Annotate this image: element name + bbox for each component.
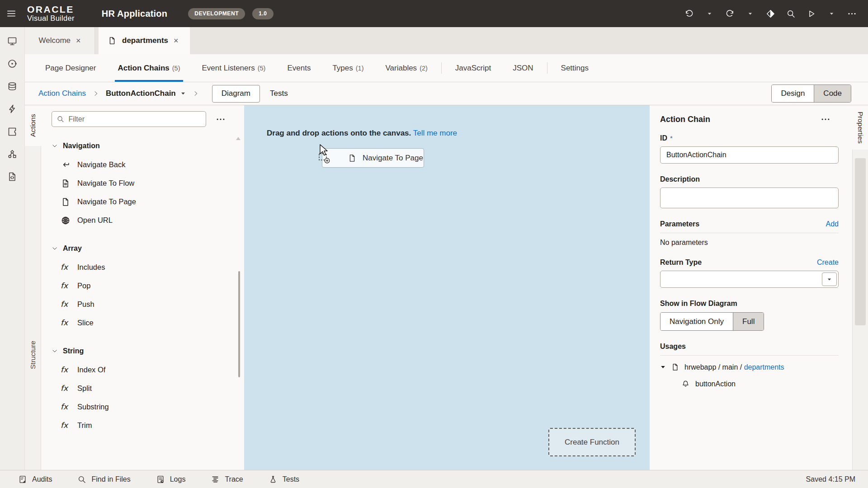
subtab-events[interactable]: Events — [284, 54, 313, 82]
diagram-view-button[interactable]: Diagram — [212, 85, 260, 103]
breadcrumb-toolbar: Action Chains ButtonActionChain Diagram … — [25, 82, 868, 105]
file-tab-bar: Welcome × departments × — [25, 27, 868, 54]
rail-lightning-button[interactable] — [4, 103, 20, 115]
properties-panel: Action Chain ID * Description Parameters… — [650, 105, 852, 470]
fx-icon: fx — [61, 384, 68, 393]
filter-search-field[interactable] — [52, 111, 206, 127]
create-function-button[interactable]: Create Function — [548, 428, 636, 456]
search-button[interactable] — [783, 5, 799, 22]
fx-icon: fx — [61, 318, 68, 327]
diff-diamond-button[interactable] — [762, 5, 778, 22]
action-item-pop[interactable]: fxPop — [52, 277, 234, 295]
subtab-label: JavaScript — [455, 64, 491, 73]
full-button[interactable]: Full — [733, 313, 764, 330]
breadcrumb-action-chains-link[interactable]: Action Chains — [38, 89, 86, 98]
caret-down-button[interactable] — [742, 5, 758, 22]
drag-chip-label: Navigate To Page — [363, 154, 423, 163]
properties-scrollbar-thumb[interactable] — [855, 158, 866, 325]
tab-welcome[interactable]: Welcome × — [25, 27, 95, 54]
tell-me-more-link[interactable]: Tell me more — [413, 129, 457, 137]
rail-puzzle-button[interactable] — [4, 126, 20, 137]
tab-departments[interactable]: departments × — [99, 27, 190, 54]
section-header-navigation[interactable]: Navigation — [52, 139, 234, 153]
action-item-includes[interactable]: fxIncludes — [52, 258, 234, 277]
return-type-create-link[interactable]: Create — [817, 258, 839, 267]
subtab-label: Event Listeners — [202, 64, 255, 73]
action-item-open-url[interactable]: Open URL — [52, 211, 234, 230]
usage-row[interactable]: hrwebapp / main / departments — [660, 363, 839, 371]
subtab-json[interactable]: JSON — [510, 54, 536, 82]
action-item-trim[interactable]: fxTrim — [52, 416, 234, 435]
statusbar-trace[interactable]: Trace — [211, 475, 243, 484]
statusbar-find-in-files[interactable]: Find in Files — [77, 475, 130, 484]
run-button[interactable] — [803, 5, 819, 22]
return-type-input[interactable] — [660, 271, 822, 287]
statusbar-audits[interactable]: Audits — [18, 475, 52, 484]
right-panel-strip — [852, 105, 868, 470]
subtab-variables[interactable]: Variables(2) — [383, 54, 430, 82]
subtab-settings[interactable]: Settings — [558, 54, 591, 82]
rail-monitor-button[interactable] — [4, 35, 20, 47]
hamburger-menu-button[interactable] — [0, 0, 23, 27]
scroll-up-arrow[interactable] — [236, 137, 241, 140]
subtab-types[interactable]: Types(1) — [330, 54, 366, 82]
section-header-array[interactable]: Array — [52, 242, 234, 255]
action-item-navigate-to-flow[interactable]: Navigate To Flow — [52, 174, 234, 192]
dragged-navigate-to-page-chip[interactable]: Navigate To Page — [322, 148, 424, 168]
rail-database-button[interactable] — [4, 80, 20, 92]
action-item-split[interactable]: fxSplit — [52, 379, 234, 398]
action-item-slice[interactable]: fxSlice — [52, 314, 234, 332]
breadcrumb-current-chain[interactable]: ButtonActionChain — [106, 89, 186, 98]
subtab-javascript[interactable]: JavaScript — [453, 54, 494, 82]
design-toggle-button[interactable]: Design — [772, 85, 814, 102]
rail-code-file-button[interactable] — [4, 171, 20, 183]
id-label: ID — [660, 134, 667, 142]
subtab-action-chains[interactable]: Action Chains(5) — [115, 54, 183, 82]
actions-overflow-menu-button[interactable] — [216, 114, 226, 124]
rail-target-circle-button[interactable] — [4, 58, 20, 70]
puzzle-icon — [7, 126, 18, 137]
action-item-navigate-to-page[interactable]: Navigate To Page — [52, 192, 234, 211]
section-header-string[interactable]: String — [52, 344, 234, 358]
undo-button[interactable] — [681, 5, 697, 22]
rail-shapes-button[interactable] — [4, 148, 20, 160]
parameters-add-link[interactable]: Add — [826, 220, 839, 228]
id-input[interactable] — [660, 146, 839, 164]
overflow-menu-button[interactable] — [844, 5, 860, 22]
properties-overflow-menu-button[interactable] — [821, 114, 830, 124]
action-chain-canvas[interactable]: Drag and drop actions onto the canvas. T… — [244, 105, 650, 470]
actions-scrollbar-thumb[interactable] — [238, 271, 240, 377]
fx-icon: fx — [61, 365, 68, 374]
action-item-label: Pop — [77, 282, 90, 290]
subtab-page-designer[interactable]: Page Designer — [42, 54, 99, 82]
action-item-substring[interactable]: fxSubstring — [52, 398, 234, 416]
redo-button[interactable] — [722, 5, 738, 22]
chevron-right-icon — [92, 90, 99, 97]
breadcrumb-current-label: ButtonActionChain — [106, 89, 176, 98]
caret-down-icon[interactable] — [660, 364, 666, 370]
caret-down-button[interactable] — [823, 5, 840, 22]
actions-vertical-tab[interactable]: Actions — [25, 105, 41, 146]
caret-down-icon[interactable] — [180, 91, 186, 96]
return-type-combobox[interactable] — [660, 271, 839, 288]
usage-child-row[interactable]: buttonAction — [681, 380, 839, 388]
navigation-only-button[interactable]: Navigation Only — [660, 313, 733, 330]
return-type-dropdown-button[interactable] — [822, 272, 837, 286]
statusbar-logs[interactable]: Logs — [156, 475, 186, 484]
statusbar-tests[interactable]: Tests — [269, 475, 299, 484]
close-icon[interactable]: × — [174, 37, 179, 45]
properties-vertical-tab[interactable]: Properties — [852, 105, 868, 150]
action-item-push[interactable]: fxPush — [52, 295, 234, 314]
fx-icon: fx — [61, 263, 71, 272]
description-input[interactable] — [660, 188, 839, 208]
structure-vertical-tab[interactable]: Structure — [25, 331, 41, 379]
close-icon[interactable]: × — [76, 37, 81, 45]
subtab-event-listeners[interactable]: Event Listeners(5) — [199, 54, 269, 82]
caret-down-button[interactable] — [701, 5, 717, 22]
action-item-navigate-back[interactable]: Navigate Back — [52, 155, 234, 174]
filter-input[interactable] — [68, 115, 201, 123]
code-toggle-button[interactable]: Code — [814, 85, 851, 102]
tests-view-button[interactable]: Tests — [270, 89, 288, 98]
action-item-index-of[interactable]: fxIndex Of — [52, 361, 234, 379]
usage-departments-link[interactable]: departments — [744, 363, 784, 371]
